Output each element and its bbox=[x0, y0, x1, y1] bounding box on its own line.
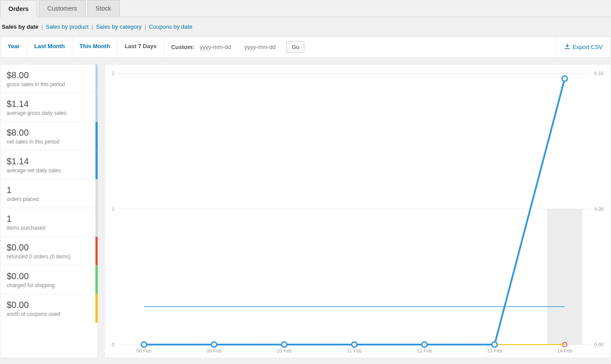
stat-gross-sales-in-this-period[interactable]: $8.00gross sales in this period bbox=[0, 64, 98, 93]
stat-value: 1 bbox=[7, 185, 90, 195]
stat-average-net-daily-sales[interactable]: $1.14average net daily sales bbox=[0, 151, 98, 179]
stat-label: charged for shipping bbox=[7, 282, 90, 288]
stat-net-sales-in-this-period[interactable]: $8.00net sales in this period bbox=[0, 122, 98, 151]
top-tab-customers[interactable]: Customers bbox=[39, 0, 86, 17]
sales-chart: 0120.004.088.1608 Feb09 Feb10 Feb11 Feb1… bbox=[105, 64, 611, 358]
stat-label: items purchased bbox=[7, 225, 90, 231]
top-tab-orders[interactable]: Orders bbox=[0, 0, 37, 17]
range-tab-last-month[interactable]: Last Month bbox=[27, 37, 72, 57]
stat-orders-placed[interactable]: 1orders placed bbox=[0, 179, 98, 208]
stat-value: $1.14 bbox=[7, 156, 90, 167]
stat-value: $0.00 bbox=[7, 242, 90, 253]
svg-point-30 bbox=[562, 76, 567, 81]
go-button[interactable]: Go bbox=[286, 41, 304, 53]
stat-value: $8.00 bbox=[7, 127, 90, 138]
svg-text:09 Feb: 09 Feb bbox=[206, 348, 221, 353]
svg-point-25 bbox=[212, 342, 217, 347]
report-type-links: Sales by date | Sales by product | Sales… bbox=[0, 17, 611, 36]
date-from-input[interactable] bbox=[197, 42, 239, 52]
range-tab-last-7-days[interactable]: Last 7 Days bbox=[118, 37, 164, 57]
stat-items-purchased[interactable]: 1items purchased bbox=[0, 208, 98, 237]
svg-point-28 bbox=[422, 342, 427, 347]
stat-value: 1 bbox=[7, 213, 90, 224]
export-csv-label: Export CSV bbox=[573, 44, 603, 50]
stat-average-gross-daily-sales[interactable]: $1.14average gross daily sales bbox=[0, 93, 98, 122]
svg-rect-16 bbox=[547, 209, 582, 345]
separator: | bbox=[40, 23, 45, 30]
stat-value: $0.00 bbox=[7, 271, 90, 281]
stat-charged-for-shipping[interactable]: $0.00charged for shipping bbox=[0, 265, 98, 294]
svg-text:1: 1 bbox=[112, 206, 114, 212]
svg-text:13 Feb: 13 Feb bbox=[487, 348, 502, 353]
report-link-sales-by-product[interactable]: Sales by product bbox=[46, 23, 89, 30]
report-body: $8.00gross sales in this period$1.14aver… bbox=[0, 58, 611, 363]
range-tab-this-month[interactable]: This Month bbox=[72, 37, 118, 57]
stat-refunded-0-orders-0-items[interactable]: $0.00refunded 0 orders (0 items) bbox=[0, 237, 98, 265]
stats-sidebar: $8.00gross sales in this period$1.14aver… bbox=[0, 64, 98, 358]
custom-range: Custom: Go bbox=[164, 37, 311, 57]
separator: | bbox=[90, 23, 95, 30]
chart-container: 0120.004.088.1608 Feb09 Feb10 Feb11 Feb1… bbox=[104, 64, 611, 358]
export-csv-link[interactable]: Export CSV bbox=[556, 37, 611, 57]
stat-value: $8.00 bbox=[7, 70, 90, 80]
svg-text:4.08: 4.08 bbox=[594, 206, 603, 212]
stat-label: refunded 0 orders (0 items) bbox=[7, 254, 90, 260]
stat-value: $1.14 bbox=[7, 99, 90, 109]
date-to-input[interactable] bbox=[242, 42, 284, 52]
report-link-sales-by-date: Sales by date bbox=[2, 23, 38, 30]
svg-text:0.00: 0.00 bbox=[594, 342, 603, 347]
svg-point-27 bbox=[352, 342, 357, 347]
svg-text:12 Feb: 12 Feb bbox=[417, 348, 432, 353]
svg-point-29 bbox=[492, 342, 497, 347]
svg-text:10 Feb: 10 Feb bbox=[277, 348, 292, 353]
date-range-bar: YearLast MonthThis MonthLast 7 Days Cust… bbox=[0, 36, 611, 58]
custom-label: Custom: bbox=[171, 44, 194, 50]
report-link-sales-by-category[interactable]: Sales by category bbox=[96, 23, 141, 30]
separator: | bbox=[143, 23, 148, 30]
stat-worth-of-coupons-used[interactable]: $0.00worth of coupons used bbox=[0, 294, 98, 322]
stat-label: average gross daily sales bbox=[7, 110, 90, 116]
svg-text:08 Feb: 08 Feb bbox=[137, 348, 152, 353]
stat-label: net sales in this period bbox=[7, 139, 90, 145]
top-tabs: OrdersCustomersStock bbox=[0, 0, 611, 17]
svg-point-24 bbox=[141, 342, 147, 347]
svg-text:0: 0 bbox=[112, 342, 114, 347]
stat-value: $0.00 bbox=[7, 300, 90, 310]
report-link-coupons-by-date[interactable]: Coupons by date bbox=[149, 23, 192, 30]
stat-label: gross sales in this period bbox=[7, 81, 90, 87]
download-icon bbox=[565, 44, 570, 50]
svg-text:11 Feb: 11 Feb bbox=[347, 348, 362, 353]
range-tab-year[interactable]: Year bbox=[0, 37, 27, 57]
stat-label: orders placed bbox=[7, 196, 90, 202]
svg-text:2: 2 bbox=[112, 71, 114, 76]
svg-point-26 bbox=[281, 342, 287, 347]
svg-text:8.16: 8.16 bbox=[594, 71, 603, 76]
svg-text:14 Feb: 14 Feb bbox=[557, 348, 572, 353]
top-tab-stock[interactable]: Stock bbox=[87, 0, 120, 17]
stat-label: worth of coupons used bbox=[7, 311, 90, 317]
stat-label: average net daily sales bbox=[7, 167, 90, 174]
